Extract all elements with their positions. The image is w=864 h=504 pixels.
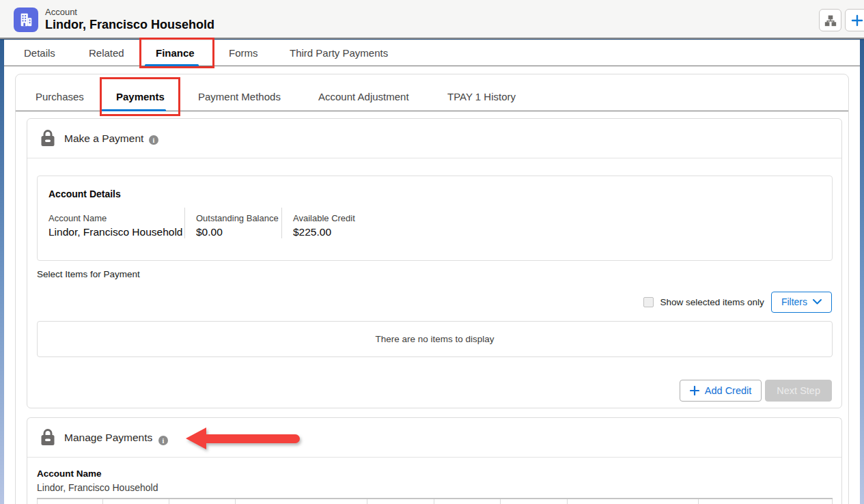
subtab-payment-methods[interactable]: Payment Methods	[198, 91, 281, 102]
object-type-label: Account	[45, 7, 77, 17]
make-a-payment-section: Make a Payment Account Details Account N…	[27, 118, 842, 408]
info-icon[interactable]	[149, 135, 158, 145]
section-title: Manage Payments	[64, 432, 152, 444]
payments-table-top-edge	[37, 498, 833, 504]
chevron-down-icon	[813, 299, 822, 305]
lock-icon	[40, 129, 56, 148]
items-empty-state: There are no items to display	[37, 321, 833, 357]
record-content-panel: Details Related Finance Forms Third Part…	[4, 40, 860, 504]
account-name-label: Account Name	[37, 468, 102, 479]
table-column	[434, 499, 501, 504]
plus-icon	[690, 386, 699, 395]
tab-finance[interactable]: Finance	[156, 47, 195, 59]
hierarchy-icon	[824, 14, 837, 27]
info-icon[interactable]	[158, 436, 168, 445]
field-account-name: Account Name Lindor, Francisco Household	[38, 208, 184, 238]
record-title: Lindor, Francisco Household	[45, 18, 214, 32]
tab-third-party-payments[interactable]: Third Party Payments	[290, 47, 388, 59]
account-name-value: Lindor, Francisco Household	[37, 482, 158, 493]
account-details-box: Account Details Account Name Lindor, Fra…	[37, 176, 833, 261]
salesforce-account-page: { "header": { "object_type": "Account", …	[0, 0, 864, 504]
global-header: Account Lindor, Francisco Household	[0, 0, 864, 39]
subtab-account-adjustment[interactable]: Account Adjustment	[318, 91, 409, 102]
tab-related[interactable]: Related	[89, 47, 124, 59]
table-column	[568, 499, 699, 504]
table-column	[501, 499, 568, 504]
table-column	[103, 499, 169, 504]
next-step-button[interactable]: Next Step	[765, 380, 832, 402]
table-column	[37, 499, 103, 504]
finance-subtabbar: Purchases Payments Payment Methods Accou…	[16, 74, 848, 111]
filters-button[interactable]: Filters	[771, 292, 832, 313]
tab-forms[interactable]: Forms	[229, 47, 258, 59]
empty-message: There are no items to display	[375, 334, 494, 344]
section-title: Make a Payment	[64, 132, 143, 145]
table-column	[236, 499, 367, 504]
items-grid-toolbar: Show selected items only Filters	[643, 291, 832, 313]
account-details-title: Account Details	[48, 188, 121, 199]
add-credit-button[interactable]: Add Credit	[680, 380, 762, 402]
make-a-payment-header: Make a Payment	[27, 119, 841, 158]
subtab-purchases[interactable]: Purchases	[36, 91, 84, 102]
active-tab-underline	[145, 64, 199, 66]
record-tabbar: Details Related Finance Forms Third Part…	[4, 40, 860, 66]
hierarchy-button[interactable]	[819, 9, 841, 31]
manage-payments-section: Manage Payments Account Name Lindor, Fra…	[27, 417, 842, 504]
active-subtab-underline	[101, 109, 166, 111]
account-building-icon	[14, 8, 38, 32]
tab-details[interactable]: Details	[24, 47, 55, 59]
show-selected-checkbox[interactable]	[643, 297, 654, 307]
finance-panel: Purchases Payments Payment Methods Accou…	[15, 74, 849, 504]
subtab-payments[interactable]: Payments	[116, 91, 165, 102]
add-button[interactable]	[845, 9, 864, 31]
account-details-fields: Account Name Lindor, Francisco Household…	[38, 208, 832, 238]
subtab-tpay-1-history[interactable]: TPAY 1 History	[447, 91, 516, 102]
table-column	[367, 499, 434, 504]
lock-icon	[40, 428, 56, 447]
field-outstanding-balance: Outstanding Balance $0.00	[184, 208, 281, 238]
table-column	[699, 499, 833, 504]
payment-actions: Add Credit Next Step	[680, 380, 832, 402]
manage-payments-header: Manage Payments	[27, 418, 841, 458]
plus-icon	[851, 14, 863, 27]
select-items-label: Select Items for Payment	[37, 269, 140, 279]
table-column	[169, 499, 236, 504]
field-available-credit: Available Credit $225.00	[281, 208, 432, 238]
show-selected-label: Show selected items only	[660, 297, 764, 307]
